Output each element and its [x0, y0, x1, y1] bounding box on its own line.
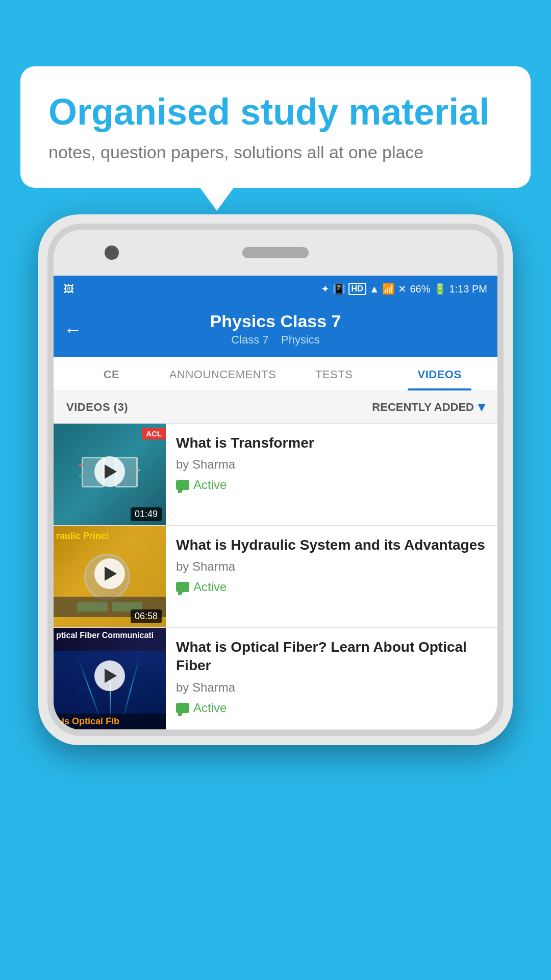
- bubble-title: Organised study material: [48, 92, 503, 132]
- chevron-down-icon: ▾: [478, 399, 485, 415]
- video-info-1: What is Transformer by Sharma Active: [166, 424, 497, 525]
- acl-badge: ACL: [142, 428, 166, 439]
- speaker: [242, 247, 309, 258]
- video-item[interactable]: ptical Fiber Communicati t is O: [54, 628, 497, 730]
- back-button[interactable]: ←: [64, 319, 82, 340]
- optical-text-1: ptical Fiber Communicati: [56, 630, 154, 641]
- play-triangle-icon: [105, 669, 117, 683]
- phone-outer: 🖼 ✦ 📳 HD ▲ 📶 ✕ 66% 🔋 1:13 PM: [38, 214, 513, 745]
- video-thumbnail-3: ptical Fiber Communicati t is O: [54, 628, 166, 729]
- active-label-3: Active: [193, 701, 227, 715]
- video-title-1: What is Transformer: [176, 434, 487, 452]
- status-bar: 🖼 ✦ 📳 HD ▲ 📶 ✕ 66% 🔋 1:13 PM: [54, 276, 497, 302]
- video-author-3: by Sharma: [176, 680, 487, 695]
- video-title-2: What is Hydraulic System and its Advanta…: [176, 536, 487, 554]
- video-info-2: What is Hydraulic System and its Advanta…: [166, 526, 497, 627]
- hd-badge: HD: [348, 283, 366, 295]
- play-button-3[interactable]: [94, 660, 125, 691]
- video-status-2: Active: [176, 580, 487, 594]
- no-sim-icon: ✕: [398, 283, 407, 295]
- signal-icon: 📶: [382, 283, 395, 295]
- camera: [105, 246, 119, 260]
- breadcrumb-subject: Physics: [281, 333, 320, 346]
- speech-bubble-container: Organised study material notes, question…: [20, 66, 531, 188]
- video-item[interactable]: raulic Princi 06:58: [54, 526, 497, 628]
- play-triangle-icon: [105, 464, 117, 479]
- status-left: 🖼: [64, 283, 74, 295]
- vibrate-icon: 📳: [333, 283, 345, 295]
- video-info-3: What is Optical Fiber? Learn About Optic…: [166, 628, 497, 729]
- phone-inner: 🖼 ✦ 📳 HD ▲ 📶 ✕ 66% 🔋 1:13 PM: [47, 224, 504, 736]
- video-thumbnail-1: ACL 01:49: [54, 424, 166, 525]
- thumbnail-text-2: raulic Princi: [56, 531, 163, 542]
- video-duration-1: 01:49: [131, 507, 162, 521]
- sort-label-text: RECENTLY ADDED: [372, 401, 474, 414]
- active-label-1: Active: [193, 478, 227, 492]
- play-button-1[interactable]: [94, 456, 125, 487]
- play-triangle-icon: [105, 567, 117, 581]
- chat-icon: [176, 480, 189, 490]
- tab-announcements[interactable]: ANNOUNCEMENTS: [164, 357, 281, 390]
- video-title-3: What is Optical Fiber? Learn About Optic…: [176, 638, 487, 675]
- active-label-2: Active: [193, 580, 227, 594]
- wifi-icon: ▲: [369, 283, 380, 295]
- video-thumbnail-2: raulic Princi 06:58: [54, 526, 166, 627]
- phone-top-bar: [54, 230, 497, 276]
- video-item[interactable]: ACL 01:49 What is Transformer by Sharma: [54, 424, 497, 526]
- bubble-subtitle: notes, question papers, solutions all at…: [48, 142, 503, 162]
- video-status-1: Active: [176, 478, 487, 492]
- video-list: ACL 01:49 What is Transformer by Sharma: [54, 424, 497, 730]
- videos-count: VIDEOS (3): [66, 401, 128, 414]
- bluetooth-icon: ✦: [321, 283, 330, 295]
- video-author-2: by Sharma: [176, 559, 487, 574]
- speech-bubble: Organised study material notes, question…: [20, 66, 531, 188]
- tab-tests[interactable]: TESTS: [281, 357, 387, 390]
- breadcrumb-class: Class 7: [231, 333, 268, 346]
- phone-screen: 🖼 ✦ 📳 HD ▲ 📶 ✕ 66% 🔋 1:13 PM: [54, 230, 497, 730]
- app-header: ← Physics Class 7 Class 7 Physics: [54, 302, 497, 357]
- optical-text-2: t is Optical Fib: [56, 716, 119, 726]
- battery-percent: 66%: [410, 283, 430, 295]
- video-status-3: Active: [176, 701, 487, 715]
- page-breadcrumb: Class 7 Physics: [64, 333, 487, 347]
- photo-icon: 🖼: [64, 283, 74, 295]
- video-duration-2: 06:58: [131, 609, 162, 623]
- clock: 1:13 PM: [449, 283, 487, 295]
- battery-icon: 🔋: [434, 283, 446, 295]
- video-author-1: by Sharma: [176, 457, 487, 472]
- play-button-2[interactable]: [94, 558, 125, 589]
- tabs-bar: CE ANNOUNCEMENTS TESTS VIDEOS: [54, 357, 497, 391]
- tab-videos[interactable]: VIDEOS: [387, 357, 492, 390]
- tab-ce[interactable]: CE: [59, 357, 164, 390]
- status-right: ✦ 📳 HD ▲ 📶 ✕ 66% 🔋 1:13 PM: [321, 283, 487, 295]
- chat-icon: [176, 703, 189, 713]
- phone-mockup: 🖼 ✦ 📳 HD ▲ 📶 ✕ 66% 🔋 1:13 PM: [38, 214, 513, 980]
- sort-selector[interactable]: RECENTLY ADDED ▾: [372, 399, 485, 415]
- filter-bar: VIDEOS (3) RECENTLY ADDED ▾: [54, 391, 497, 424]
- chat-icon: [176, 582, 189, 592]
- page-title: Physics Class 7: [64, 311, 487, 331]
